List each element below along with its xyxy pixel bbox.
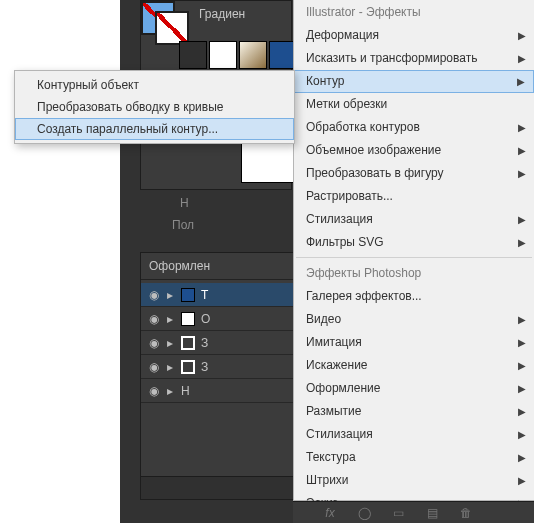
submenu-arrow-icon: ▶ [518,308,526,331]
effects-ps-item[interactable]: Стилизация▶ [294,423,534,446]
appearance-row-label: З [201,336,208,350]
visibility-eye-icon[interactable]: ◉ [147,384,161,398]
trash-icon[interactable]: 🗑 [459,506,473,520]
appearance-panel-header: Оформлен [141,253,304,280]
appearance-panel: Оформлен ◉▸Т◉▸О◉▸З◉▸З◉▸Н [140,252,305,500]
kontur-submenu: Контурный объектПреобразовать обводку в … [14,70,295,144]
appearance-swatch [181,360,195,374]
appearance-row[interactable]: ◉▸З [141,355,304,379]
appearance-swatch [181,336,195,350]
visibility-eye-icon[interactable]: ◉ [147,336,161,350]
expand-chevron-icon[interactable]: ▸ [167,360,175,374]
submenu-arrow-icon: ▶ [518,24,526,47]
visibility-eye-icon[interactable]: ◉ [147,288,161,302]
effects-section-photoshop: Эффекты Photoshop [294,261,534,285]
effects-ps-item[interactable]: Размытие▶ [294,400,534,423]
gradient-panel-title: Градиен [199,7,245,21]
swatch-white[interactable] [209,41,237,69]
submenu-arrow-icon: ▶ [518,400,526,423]
effects-ai-item[interactable]: Обработка контуров▶ [294,116,534,139]
expand-chevron-icon[interactable]: ▸ [167,384,175,398]
effects-ai-item[interactable]: Стилизация▶ [294,208,534,231]
effects-ai-item[interactable]: Преобразовать в фигуру▶ [294,162,534,185]
effects-ps-item[interactable]: Оформление▶ [294,377,534,400]
effects-ps-item[interactable]: Галерея эффектов... [294,285,534,308]
new-icon[interactable]: ▤ [425,506,439,520]
effects-menu: Illustrator - Эффекты Деформация▶Исказит… [293,0,534,501]
submenu-arrow-icon: ▶ [518,231,526,254]
effects-ai-item[interactable]: Объемное изображение▶ [294,139,534,162]
submenu-arrow-icon: ▶ [518,116,526,139]
visibility-eye-icon[interactable]: ◉ [147,312,161,326]
fx-icon[interactable]: fx [323,506,337,520]
effects-ai-item[interactable]: Метки обрезки [294,93,534,116]
submenu-arrow-icon: ▶ [518,208,526,231]
effects-ai-item[interactable]: Деформация▶ [294,24,534,47]
appearance-swatch [181,312,195,326]
appearance-row-label: О [201,312,210,326]
appearance-icon-strip: fx ◯ ▭ ▤ 🗑 [293,501,534,523]
effects-ai-item[interactable]: Исказить и трансформировать▶ [294,47,534,70]
submenu-arrow-icon: ▶ [517,71,525,92]
submenu-arrow-icon: ▶ [518,331,526,354]
effects-ai-item[interactable]: Растрировать... [294,185,534,208]
submenu-arrow-icon: ▶ [518,354,526,377]
kontur-submenu-item[interactable]: Контурный объект [15,74,294,96]
effects-ai-item[interactable]: Контур▶ [294,70,534,93]
menu-separator [296,257,532,258]
fill-stroke-swatch[interactable] [141,1,185,41]
effects-ps-item[interactable]: Искажение▶ [294,354,534,377]
effects-ps-item[interactable]: Имитация▶ [294,331,534,354]
submenu-arrow-icon: ▶ [518,469,526,492]
appearance-swatch [181,288,195,302]
appearance-row-label: Т [201,288,208,302]
appearance-row[interactable]: ◉▸О [141,307,304,331]
appearance-row[interactable]: ◉▸Т [141,283,304,307]
expand-chevron-icon[interactable]: ▸ [167,312,175,326]
submenu-arrow-icon: ▶ [518,377,526,400]
appearance-row[interactable]: ◉▸З [141,331,304,355]
appearance-row-label: З [201,360,208,374]
submenu-arrow-icon: ▶ [518,139,526,162]
label-pol: Пол [172,218,194,232]
submenu-arrow-icon: ▶ [518,47,526,70]
swatch-gold-gradient[interactable] [239,41,267,69]
effects-section-illustrator: Illustrator - Эффекты [294,0,534,24]
effects-ai-item[interactable]: Фильтры SVG▶ [294,231,534,254]
submenu-arrow-icon: ▶ [518,446,526,469]
submenu-arrow-icon: ▶ [518,423,526,446]
appearance-row[interactable]: ◉▸Н [141,379,304,403]
expand-chevron-icon[interactable]: ▸ [167,288,175,302]
visibility-eye-icon[interactable]: ◉ [147,360,161,374]
submenu-arrow-icon: ▶ [518,162,526,185]
kontur-submenu-item[interactable]: Преобразовать обводку в кривые [15,96,294,118]
effects-ps-item[interactable]: Штрихи▶ [294,469,534,492]
duplicate-icon[interactable]: ▭ [391,506,405,520]
swatch-dark[interactable] [179,41,207,69]
effects-ps-item[interactable]: Текстура▶ [294,446,534,469]
appearance-row-label: Н [181,384,190,398]
expand-chevron-icon[interactable]: ▸ [167,336,175,350]
label-h: Н [180,196,189,210]
effects-ps-item[interactable]: Видео▶ [294,308,534,331]
clear-icon[interactable]: ◯ [357,506,371,520]
kontur-submenu-item[interactable]: Создать параллельный контур... [15,118,294,140]
